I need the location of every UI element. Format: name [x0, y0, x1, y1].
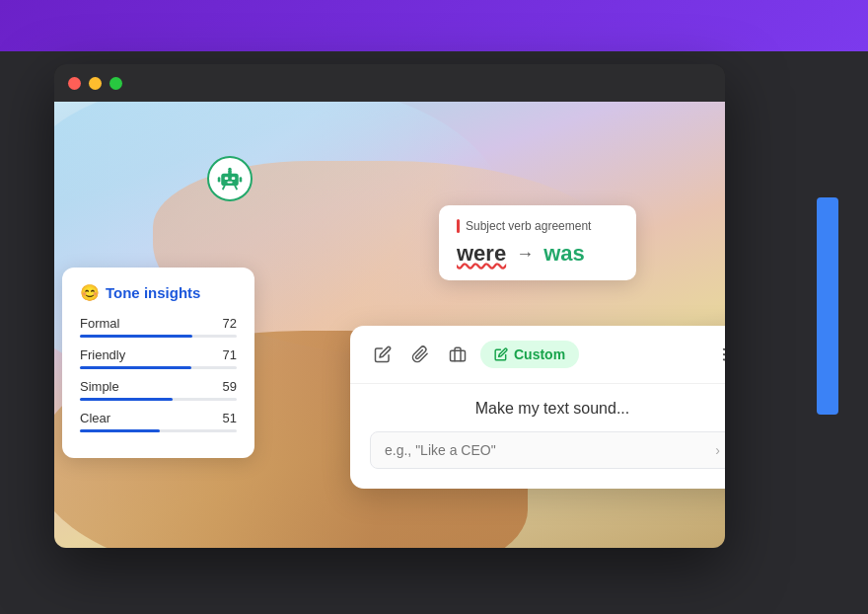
svg-rect-10: [451, 350, 466, 361]
svg-line-9: [235, 186, 237, 190]
tone-label-simple: Simple: [80, 379, 119, 394]
toolbar-popup: Custom Make my text sound... ›: [350, 326, 725, 489]
tone-panel: 😊 Tone insights Formal 72 Friendly 71: [62, 268, 254, 458]
grammar-popup: Subject verb agreement were → was: [439, 205, 636, 280]
tone-bar-bg-formal: [80, 335, 237, 338]
tone-bar-bg-clear: [80, 429, 237, 432]
svg-line-8: [223, 186, 225, 190]
tone-value-simple: 59: [223, 379, 237, 394]
top-bar: [0, 0, 868, 51]
svg-point-12: [723, 353, 725, 355]
tone-bar-fill-formal: [80, 335, 192, 338]
tone-icon: 😊: [80, 283, 100, 302]
toolbar-input-row[interactable]: ›: [370, 431, 725, 469]
right-accent: [817, 197, 838, 415]
svg-rect-3: [227, 182, 232, 184]
tone-panel-title: 😊 Tone insights: [80, 283, 237, 302]
corrected-word: was: [543, 241, 585, 267]
paperclip-icon[interactable]: [403, 338, 437, 371]
grammar-correction: were → was: [457, 241, 618, 267]
briefcase-icon[interactable]: [441, 338, 474, 371]
svg-rect-1: [225, 177, 229, 180]
browser-content: Subject verb agreement were → was 😊 Tone…: [54, 102, 725, 548]
original-word: were: [457, 241, 506, 267]
tone-bar-fill-clear: [80, 429, 160, 432]
tone-bar-fill-friendly: [80, 366, 191, 369]
grammar-red-bar: [457, 219, 460, 233]
input-arrow-icon: ›: [715, 442, 720, 458]
toolbar-row: Custom: [350, 326, 725, 384]
custom-button[interactable]: Custom: [480, 341, 579, 368]
tone-label-clear: Clear: [80, 411, 110, 425]
grammar-popup-title: Subject verb agreement: [457, 219, 618, 233]
tone-value-friendly: 71: [223, 347, 237, 362]
svg-point-5: [228, 168, 232, 172]
robot-logo: [207, 156, 253, 201]
browser-titlebar: [54, 64, 725, 102]
svg-rect-6: [218, 177, 221, 182]
tone-row-formal: Formal 72: [80, 316, 237, 338]
tone-row-friendly: Friendly 71: [80, 347, 237, 369]
more-options-icon[interactable]: [709, 340, 725, 369]
tone-bar-bg-simple: [80, 398, 237, 401]
toolbar-body: Make my text sound... ›: [350, 384, 725, 489]
svg-rect-2: [232, 177, 236, 180]
svg-point-13: [723, 358, 725, 360]
tone-panel-label: Tone insights: [106, 284, 200, 301]
tone-value-clear: 51: [223, 411, 237, 425]
tone-row-simple: Simple 59: [80, 379, 237, 401]
custom-label: Custom: [514, 346, 565, 362]
toolbar-body-title: Make my text sound...: [370, 400, 725, 418]
browser-window: Subject verb agreement were → was 😊 Tone…: [54, 64, 725, 548]
maximize-button[interactable]: [109, 77, 122, 90]
arrow-icon: →: [516, 244, 534, 265]
tone-row-clear: Clear 51: [80, 411, 237, 432]
tone-bar-bg-friendly: [80, 366, 237, 369]
minimize-button[interactable]: [89, 77, 102, 90]
grammar-title-text: Subject verb agreement: [466, 219, 591, 233]
close-button[interactable]: [68, 77, 81, 90]
tone-label-formal: Formal: [80, 316, 119, 331]
custom-tone-input[interactable]: [385, 442, 715, 458]
tone-bar-fill-simple: [80, 398, 173, 401]
tone-value-formal: 72: [223, 316, 237, 331]
svg-point-11: [723, 348, 725, 350]
edit-icon[interactable]: [366, 338, 399, 371]
svg-rect-7: [240, 177, 243, 182]
svg-rect-0: [221, 174, 239, 186]
tone-label-friendly: Friendly: [80, 347, 125, 362]
